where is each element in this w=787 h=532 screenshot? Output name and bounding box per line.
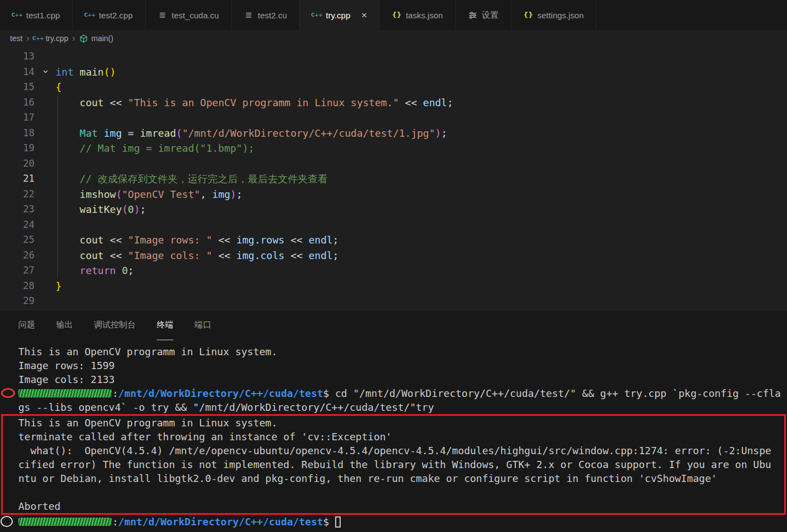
settings-sliders-icon bbox=[468, 11, 477, 20]
code-line[interactable]: 26 cout << "Image cols: " << img.cols <<… bbox=[0, 248, 787, 263]
cpp-file-icon: C++ bbox=[85, 11, 94, 20]
fold-column bbox=[34, 141, 56, 156]
tab-label: tasks.json bbox=[406, 11, 443, 20]
code-line[interactable]: 23 waitKey(0); bbox=[0, 202, 787, 217]
line-number: 18 bbox=[0, 126, 34, 141]
tab-tasks.json[interactable]: {}tasks.json bbox=[380, 0, 456, 30]
tab-test2.cpp[interactable]: C++test2.cpp bbox=[73, 0, 146, 30]
terminal-cursor bbox=[335, 516, 341, 528]
fold-column bbox=[34, 49, 56, 64]
code-line[interactable]: 29 bbox=[0, 294, 787, 309]
terminal-error-line: Aborted bbox=[3, 499, 784, 513]
breadcrumb-item-test[interactable]: test bbox=[10, 34, 23, 43]
fold-chevron-icon[interactable] bbox=[34, 64, 56, 80]
terminal-error-line: what(): OpenCV(4.5.4) /mnt/e/opencv-ubun… bbox=[3, 444, 784, 458]
panel-tab-端口[interactable]: 端口 bbox=[195, 310, 211, 340]
symbol-method-icon bbox=[79, 34, 88, 43]
code-line[interactable]: 24 bbox=[0, 217, 787, 233]
fold-column bbox=[34, 248, 56, 263]
cuda-file-icon: ≣ bbox=[244, 11, 253, 20]
tab-label: test2.cpp bbox=[99, 11, 133, 20]
code-line[interactable]: 19 // Mat img = imread("1.bmp"); bbox=[0, 141, 787, 156]
fold-column bbox=[34, 187, 56, 202]
line-number: 15 bbox=[0, 79, 34, 95]
code-line[interactable]: 28} bbox=[0, 279, 787, 294]
terminal-text: what(): OpenCV(4.5.4) /mnt/e/opencv-ubun… bbox=[18, 445, 771, 456]
terminal-text: gs --libs opencv4` -o try && "/mnt/d/Wor… bbox=[18, 401, 434, 413]
line-number: 20 bbox=[0, 156, 34, 172]
cpp-file-icon: C++ bbox=[312, 11, 321, 20]
code-line[interactable]: 18 Mat img = imread("/mnt/d/WorkDirector… bbox=[0, 126, 787, 141]
terminal-prompt-line: :/mnt/d/WorkDirectory/C++/cuda/test$ bbox=[0, 515, 787, 529]
code-text: // Mat img = imread("1.bmp"); bbox=[56, 141, 255, 156]
tab-test2.cu[interactable]: ≣test2.cu bbox=[232, 0, 300, 30]
code-line[interactable]: 14int main() bbox=[0, 64, 787, 80]
code-text: cout << "This is an OpenCV programm in L… bbox=[56, 95, 453, 111]
code-line[interactable]: 22 imshow("OpenCV Test", img); bbox=[0, 187, 787, 202]
tab-label: test_cuda.cu bbox=[172, 11, 219, 20]
terminal-text: terminate called after throwing an insta… bbox=[18, 431, 392, 442]
breadcrumb-item-try-cpp[interactable]: C++try.cpp bbox=[33, 34, 68, 43]
breadcrumb-item-main-[interactable]: main() bbox=[79, 34, 113, 43]
line-number: 19 bbox=[0, 141, 34, 156]
code-text: return 0; bbox=[56, 263, 134, 279]
terminal[interactable]: This is an OpenCV programm in Linux syst… bbox=[0, 340, 787, 532]
code-line[interactable]: 16 cout << "This is an OpenCV programm i… bbox=[0, 95, 787, 111]
code-text: } bbox=[56, 279, 62, 294]
terminal-output-line: gs --libs opencv4` -o try && "/mnt/d/Wor… bbox=[0, 400, 787, 414]
code-line[interactable]: 21 // 改成保存到文件夹，运行完之后，最后去文件夹查看 bbox=[0, 171, 787, 187]
terminal-text: : bbox=[112, 516, 118, 528]
line-number: 28 bbox=[0, 279, 34, 294]
cpp-file-icon: C++ bbox=[33, 34, 43, 43]
code-line[interactable]: 13 bbox=[0, 49, 787, 64]
tab-test1.cpp[interactable]: C++test1.cpp bbox=[0, 0, 73, 30]
redacted-username-scribble bbox=[18, 518, 112, 526]
tab-bar: C++test1.cppC++test2.cpp≣test_cuda.cu≣te… bbox=[0, 0, 787, 30]
vscode-window: C++test1.cppC++test2.cpp≣test_cuda.cu≣te… bbox=[0, 0, 787, 532]
cuda-file-icon: ≣ bbox=[158, 11, 167, 20]
fold-column bbox=[34, 110, 56, 126]
close-tab-icon[interactable]: × bbox=[361, 11, 367, 20]
line-number: 29 bbox=[0, 294, 34, 309]
code-line[interactable]: 15{ bbox=[0, 79, 787, 95]
code-line[interactable]: 25 cout << "Image rows: " << img.rows <<… bbox=[0, 232, 787, 248]
panel-tab-问题[interactable]: 问题 bbox=[18, 310, 35, 340]
indent-guide bbox=[57, 95, 58, 279]
fold-column bbox=[34, 171, 56, 187]
terminal-error-line bbox=[3, 485, 784, 499]
line-number: 24 bbox=[0, 217, 34, 233]
terminal-text: $ bbox=[323, 516, 335, 528]
terminal-error-line: This is an OpenCV programm in Linux syst… bbox=[3, 416, 784, 430]
fold-column bbox=[34, 126, 56, 141]
code-text: { bbox=[56, 79, 62, 95]
breadcrumb-label: main() bbox=[91, 34, 113, 43]
terminal-text: cified error) The function is not implem… bbox=[18, 459, 771, 470]
tab-label: test2.cu bbox=[258, 11, 287, 20]
panel-tab-bar: 问题输出调试控制台终端端口 bbox=[0, 310, 787, 340]
line-number: 23 bbox=[0, 202, 34, 217]
tab-label: 设置 bbox=[482, 10, 499, 21]
redacted-username-scribble bbox=[18, 389, 112, 397]
json-braces-icon: {} bbox=[392, 11, 401, 20]
terminal-error-line: cified error) The function is not implem… bbox=[3, 458, 784, 471]
panel-tab-调试控制台[interactable]: 调试控制台 bbox=[94, 310, 136, 340]
terminal-error-line: ntu or Debian, install libgtk2.0-dev and… bbox=[3, 471, 784, 485]
code-text: waitKey(0); bbox=[56, 202, 146, 217]
tab-label: settings.json bbox=[537, 11, 584, 20]
terminal-prompt-line: :/mnt/d/WorkDirectory/C++/cuda/test$ cd … bbox=[0, 386, 787, 400]
code-line[interactable]: 20 bbox=[0, 156, 787, 172]
tab-try.cpp[interactable]: C++try.cpp× bbox=[300, 0, 380, 30]
terminal-text: : bbox=[112, 387, 118, 399]
code-line[interactable]: 17 bbox=[0, 110, 787, 126]
tab-settings.json[interactable]: {}settings.json bbox=[511, 0, 596, 30]
code-line[interactable]: 27 return 0; bbox=[0, 263, 787, 279]
prompt-path: /mnt/d/WorkDirectory/C++/cuda/test bbox=[118, 516, 323, 528]
panel-tab-终端[interactable]: 终端 bbox=[157, 310, 173, 340]
panel-tab-输出[interactable]: 输出 bbox=[56, 310, 73, 340]
editor-code-area[interactable]: 1314int main()15{16 cout << "This is an … bbox=[0, 47, 787, 310]
tab-设置[interactable]: 设置 bbox=[456, 0, 511, 30]
json-braces-icon: {} bbox=[524, 11, 533, 20]
prompt-path: /mnt/d/WorkDirectory/C++/cuda/test bbox=[118, 387, 323, 399]
tab-test_cuda.cu[interactable]: ≣test_cuda.cu bbox=[146, 0, 232, 30]
terminal-text: ntu or Debian, install libgtk2.0-dev and… bbox=[18, 473, 717, 484]
